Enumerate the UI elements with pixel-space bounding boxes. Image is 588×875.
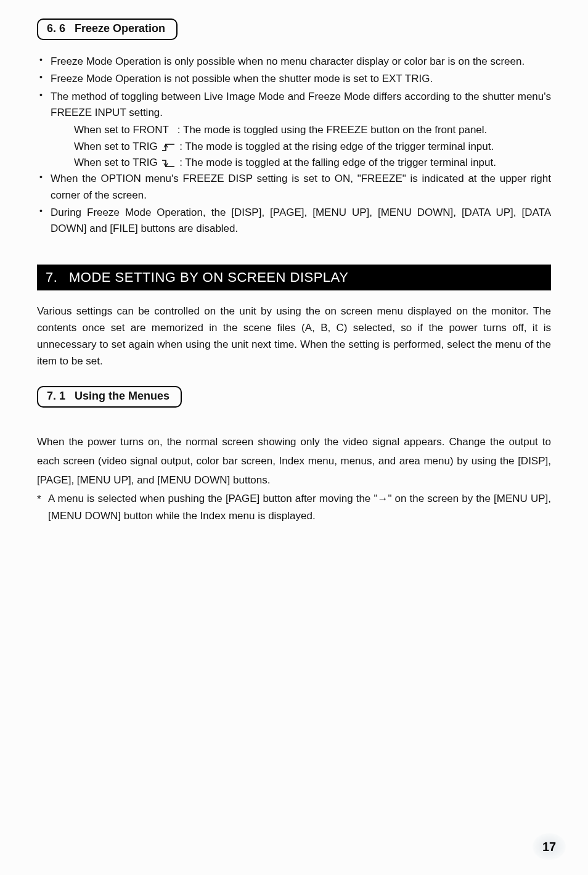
bullet-text: During Freeze Mode Operation, the [DISP]… bbox=[39, 205, 551, 237]
bullet-text: Freeze Mode Operation is only possible w… bbox=[39, 54, 551, 70]
section-7-banner: 7. MODE SETTING BY ON SCREEN DISPLAY bbox=[37, 265, 551, 290]
section-6-6-header: 6. 6 Freeze Operation bbox=[37, 18, 178, 40]
bullet-text: When the OPTION menu's FREEZE DISP setti… bbox=[39, 171, 551, 203]
section-7-1-header: 7. 1 Using the Menues bbox=[37, 386, 182, 408]
section-7-1-note: A menu is selected when pushing the [PAG… bbox=[37, 490, 551, 525]
subrow-trig-rise-text: : The mode is toggled at the rising edge… bbox=[179, 141, 494, 152]
section-7-title: MODE SETTING BY ON SCREEN DISPLAY bbox=[69, 269, 348, 285]
bullet-text: The method of toggling between Live Imag… bbox=[39, 89, 551, 121]
rising-edge-icon bbox=[161, 142, 175, 151]
section-7-1-paragraph: When the power turns on, the normal scre… bbox=[37, 432, 551, 490]
section-6-6-number: 6. 6 bbox=[47, 22, 65, 35]
bullets-6-6-a: Freeze Mode Operation is only possible w… bbox=[39, 54, 551, 121]
subrow-trig-rise-label: When set to TRIG bbox=[74, 141, 158, 152]
subrow-trig-fall-label: When set to TRIG bbox=[74, 157, 158, 168]
subrow-trig-fall-text: : The mode is toggled at the falling edg… bbox=[179, 157, 496, 168]
bullets-6-6-b: When the OPTION menu's FREEZE DISP setti… bbox=[39, 171, 551, 237]
section-7-1-number: 7. 1 bbox=[47, 390, 65, 402]
section-7-number: 7. bbox=[46, 269, 57, 285]
subrow-front-text: : The mode is toggled using the FREEZE b… bbox=[178, 124, 487, 136]
section-6-6-title: Freeze Operation bbox=[75, 22, 165, 35]
section-7-1-title: Using the Menues bbox=[75, 390, 169, 402]
bullet-text: Freeze Mode Operation is not possible wh… bbox=[39, 71, 551, 87]
falling-edge-icon bbox=[161, 158, 175, 167]
page-number: 17 bbox=[533, 833, 566, 860]
subrow-front-label: When set to FRONT bbox=[74, 124, 169, 136]
section-7-intro-paragraph: Various settings can be controlled on th… bbox=[37, 303, 551, 370]
freeze-input-subblock: When set to FRONT : The mode is toggled … bbox=[37, 122, 551, 171]
